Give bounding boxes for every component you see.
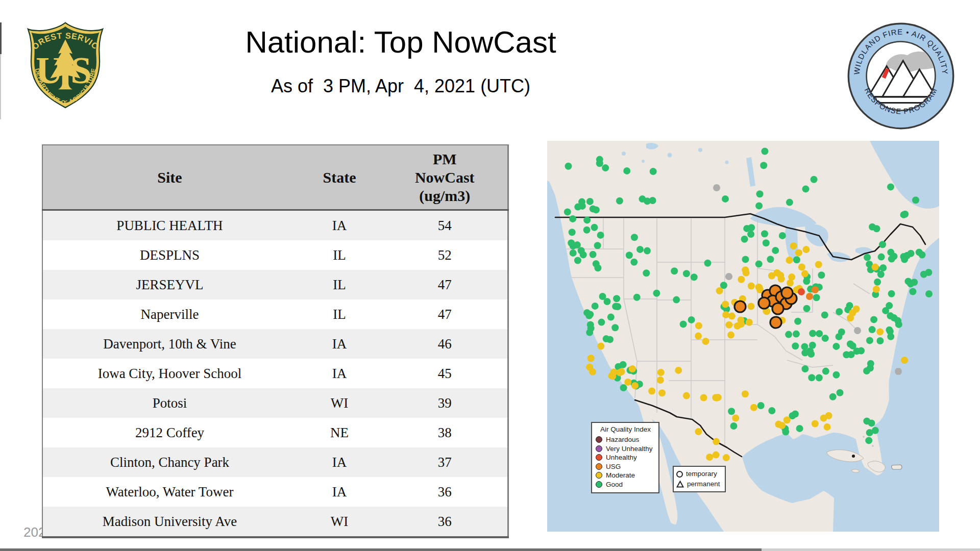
- monitor-dot: [768, 272, 775, 280]
- nowcast-cell: 37: [382, 447, 508, 477]
- nowcast-cell: 52: [382, 240, 508, 270]
- nowcast-cell: 36: [382, 507, 508, 537]
- monitor-dot: [813, 294, 820, 301]
- monitor-dot: [812, 420, 819, 428]
- monitor-dot: [818, 271, 825, 279]
- bottom-bar: [0, 548, 762, 551]
- monitor-dot: [815, 261, 822, 268]
- lake-small: [698, 148, 702, 152]
- monitor-dot: [869, 326, 876, 333]
- monitor-dot: [644, 247, 651, 255]
- monitor-dot: [825, 412, 832, 419]
- monitor-dot: [671, 267, 678, 274]
- monitor-dot: [700, 394, 707, 402]
- monitor-dot: [648, 388, 655, 395]
- monitor-dot: [872, 263, 879, 270]
- nowcast-cell: 47: [382, 270, 508, 299]
- monitor-dot: [746, 319, 753, 326]
- monitor-dot: [728, 313, 736, 320]
- monitor-dot: [801, 349, 808, 357]
- monitor-dot: [728, 408, 735, 415]
- lake-small: [668, 153, 672, 158]
- aqi-color-swatch: [596, 481, 602, 488]
- table-row: Davenport, 10th & VineIA46: [42, 329, 508, 359]
- site-cell: Waterloo, Water Tower: [42, 477, 297, 507]
- monitor-dot: [847, 340, 854, 347]
- table-row: Madison University AveWI36: [42, 507, 508, 537]
- monitor-dot: [755, 260, 763, 267]
- monitor-dot: [643, 269, 650, 277]
- island-speck: [872, 445, 874, 447]
- monitor-dot: [688, 316, 695, 323]
- nowcast-cell: 39: [382, 388, 508, 418]
- monitor-dot: [613, 295, 620, 302]
- state-cell: IA: [297, 477, 382, 507]
- state-cell: IA: [297, 329, 382, 359]
- monitor-dot: [748, 283, 755, 290]
- monitor-dot: [597, 343, 604, 350]
- site-cell: Clinton, Chancy Park: [42, 447, 297, 477]
- aqi-legend-item: Hazardous: [596, 435, 655, 444]
- aqi-color-swatch: [596, 472, 602, 479]
- monitor-dot: [602, 164, 609, 171]
- monitor-dot: [887, 183, 894, 190]
- table-row: PotosiWI39: [42, 388, 508, 418]
- monitor-dot: [821, 311, 828, 318]
- monitor-dot: [796, 425, 803, 432]
- monitor-dot: [876, 328, 884, 335]
- monitor-dot: [904, 278, 912, 285]
- column-header-0: Site: [42, 145, 297, 210]
- column-header-1: State: [297, 145, 382, 210]
- monitor-dot: [620, 384, 627, 391]
- aqi-legend-label: Moderate: [606, 472, 635, 479]
- monitor-dot: [793, 331, 800, 338]
- monitor-dot: [574, 257, 581, 264]
- monitor-dot: [756, 190, 764, 197]
- monitor-dot: [879, 241, 886, 248]
- monitor-dot: [873, 286, 880, 293]
- site-cell: Potosi: [42, 388, 297, 418]
- bottom-bar-right: [762, 548, 980, 551]
- monitor-dot: [806, 293, 813, 300]
- aqi-legend-item: Unhealthy: [596, 453, 655, 462]
- monitor-dot: [597, 232, 604, 239]
- monitor-dot: [763, 239, 770, 246]
- monitor-dot: [757, 402, 765, 409]
- report-page: { "page": { "watermark": "2021-04-04 15:…: [0, 0, 980, 551]
- nowcast-cell: 38: [382, 418, 508, 447]
- column-header-2: PM NowCast (ug/m3): [382, 145, 508, 210]
- monitor-dot: [616, 369, 623, 376]
- monitor-dot: [853, 306, 860, 313]
- monitor-dot: [565, 163, 572, 170]
- monitor-dot: [743, 269, 750, 277]
- monitor-dot: [912, 196, 919, 204]
- state-cell: IL: [297, 270, 382, 299]
- monitor-dot: [822, 368, 829, 375]
- monitor-dot: [866, 337, 873, 344]
- monitor-dot: [874, 279, 881, 286]
- nowcast-cell: 36: [382, 477, 508, 507]
- monitor-dot: [750, 404, 757, 411]
- monitor-dot: [795, 249, 802, 256]
- monitor-dot: [680, 320, 687, 328]
- monitor-dot: [616, 197, 623, 205]
- monitor-dot: [596, 160, 603, 167]
- island-speck: [863, 436, 865, 438]
- monitor-dot: [590, 251, 597, 258]
- monitor-dot: [614, 303, 621, 310]
- monitor-dot: [623, 167, 630, 174]
- monitor-dot: [586, 311, 594, 318]
- monitor-dot: [824, 423, 831, 431]
- aqi-color-swatch: [596, 463, 602, 470]
- monitor-dot: [609, 373, 616, 380]
- monitor-dot: [636, 246, 644, 253]
- cuba-monitor-dot: [852, 455, 855, 458]
- site-cell: Davenport, 10th & Vine: [42, 329, 297, 359]
- monitor-dot: [779, 232, 786, 239]
- monitor-dot: [738, 276, 745, 283]
- monitor-dot: [783, 416, 791, 423]
- monitor-dot: [790, 242, 797, 249]
- monitor-dot: [630, 259, 638, 266]
- monitor-dot: [727, 332, 734, 339]
- monitor-dot: [650, 168, 657, 175]
